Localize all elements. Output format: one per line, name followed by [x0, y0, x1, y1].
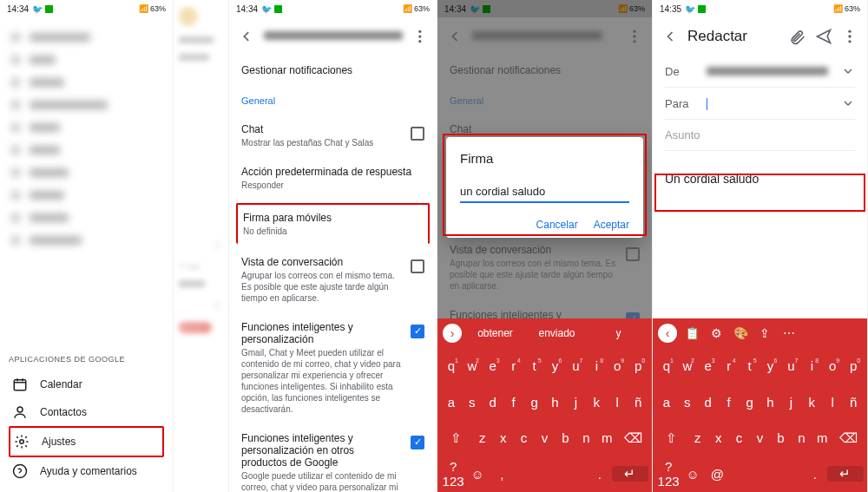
- key-v[interactable]: v: [750, 430, 771, 445]
- key-i[interactable]: i8: [801, 358, 822, 373]
- key-y[interactable]: y6: [760, 358, 781, 373]
- key-e[interactable]: e3: [698, 358, 719, 373]
- signature-input[interactable]: [460, 181, 629, 203]
- key-j[interactable]: j: [565, 395, 586, 410]
- key-u[interactable]: u7: [565, 358, 586, 373]
- key-a[interactable]: a: [656, 395, 677, 410]
- key-s[interactable]: s: [462, 395, 483, 410]
- key-c[interactable]: c: [729, 430, 750, 445]
- key-x[interactable]: x: [708, 430, 729, 445]
- key-d[interactable]: d: [483, 395, 503, 410]
- sidebar-item-calendar[interactable]: Calendar: [9, 371, 164, 398]
- clipboard-icon[interactable]: 📋: [682, 326, 701, 340]
- to-field[interactable]: Para: [665, 88, 855, 120]
- key-f[interactable]: f: [719, 395, 740, 410]
- at-key[interactable]: @: [705, 467, 729, 482]
- comma-key[interactable]: ,: [490, 467, 514, 482]
- subject-field[interactable]: Asunto: [665, 120, 855, 151]
- more-icon[interactable]: [841, 28, 858, 45]
- key-ñ[interactable]: ñ: [628, 395, 648, 410]
- email-body-signature[interactable]: Un cordial saludo: [665, 172, 855, 186]
- key-q[interactable]: q1: [441, 358, 462, 373]
- period-key[interactable]: .: [803, 467, 827, 482]
- key-d[interactable]: d: [698, 395, 719, 410]
- smart-checkbox[interactable]: [411, 325, 424, 338]
- key-g[interactable]: g: [524, 395, 545, 410]
- key-r[interactable]: r4: [503, 358, 524, 373]
- key-h[interactable]: h: [545, 395, 566, 410]
- key-t[interactable]: t5: [740, 358, 760, 373]
- sidebar-item-settings[interactable]: Ajustes: [9, 426, 164, 457]
- key-z[interactable]: z: [687, 430, 708, 445]
- from-field[interactable]: De: [665, 56, 855, 88]
- keyboard[interactable]: › obtener enviado y q1w2e3r4t5y6u7i8o9p0…: [437, 318, 652, 492]
- key-p[interactable]: p0: [843, 358, 864, 373]
- attach-icon[interactable]: [789, 28, 806, 45]
- key-g[interactable]: g: [740, 395, 760, 410]
- key-n[interactable]: n: [791, 430, 812, 445]
- settings-mobile-signature[interactable]: Firma para móvilesNo definida: [236, 203, 430, 244]
- backspace-key[interactable]: ⌫: [832, 430, 864, 446]
- key-c[interactable]: c: [514, 430, 535, 445]
- sidebar-item-help[interactable]: Ayuda y comentarios: [9, 457, 164, 485]
- key-h[interactable]: h: [760, 395, 781, 410]
- key-w[interactable]: w2: [462, 358, 483, 373]
- key-w[interactable]: w2: [677, 358, 698, 373]
- key-u[interactable]: u7: [780, 358, 801, 373]
- key-o[interactable]: o9: [607, 358, 628, 373]
- key-a[interactable]: a: [441, 395, 462, 410]
- key-p[interactable]: p0: [628, 358, 648, 373]
- key-b[interactable]: b: [770, 430, 791, 445]
- key-ñ[interactable]: ñ: [843, 395, 864, 410]
- key-e[interactable]: e3: [483, 358, 503, 373]
- backspace-key[interactable]: ⌫: [617, 430, 648, 446]
- key-v[interactable]: v: [535, 430, 556, 445]
- key-r[interactable]: r4: [719, 358, 740, 373]
- numbers-key[interactable]: ?123: [441, 459, 465, 489]
- key-j[interactable]: j: [780, 395, 801, 410]
- key-q[interactable]: q1: [656, 358, 677, 373]
- emoji-key[interactable]: ☺: [681, 467, 705, 482]
- settings-chat[interactable]: ChatMostrar las pestañas Chat y Salas: [241, 115, 424, 157]
- key-l[interactable]: l: [822, 395, 843, 410]
- key-i[interactable]: i8: [586, 358, 607, 373]
- share-icon[interactable]: ⇪: [755, 326, 774, 340]
- shift-key[interactable]: ⇧: [441, 430, 472, 446]
- key-m[interactable]: m: [596, 430, 617, 445]
- period-key[interactable]: .: [588, 467, 612, 482]
- send-icon[interactable]: [815, 28, 832, 45]
- settings-default-action[interactable]: Acción predeterminada de respuestaRespon…: [241, 157, 424, 200]
- smart2-checkbox[interactable]: [411, 436, 424, 449]
- accept-button[interactable]: Aceptar: [594, 219, 629, 231]
- settings-conversation-view[interactable]: Vista de conversaciónAgrupar los correos…: [241, 247, 424, 312]
- key-b[interactable]: b: [555, 430, 575, 445]
- kb-collapse-icon[interactable]: ‹: [658, 324, 677, 343]
- key-k[interactable]: k: [586, 395, 607, 410]
- key-s[interactable]: s: [677, 395, 698, 410]
- settings-notifications[interactable]: Gestionar notificaciones: [241, 56, 424, 87]
- key-k[interactable]: k: [801, 395, 822, 410]
- key-f[interactable]: f: [503, 395, 524, 410]
- key-z[interactable]: z: [472, 430, 493, 445]
- enter-key[interactable]: ↵: [827, 466, 864, 482]
- conv-checkbox[interactable]: [411, 259, 424, 273]
- cancel-button[interactable]: Cancelar: [536, 219, 578, 231]
- sidebar-item-contacts[interactable]: Contactos: [9, 398, 164, 426]
- shift-key[interactable]: ⇧: [656, 430, 687, 446]
- keyboard[interactable]: ‹ 📋 ⚙ 🎨 ⇪ ⋯ q1w2e3r4t5y6u7i8o9p0 asdfghj…: [653, 318, 867, 492]
- key-x[interactable]: x: [493, 430, 514, 445]
- settings-smart-features-other[interactable]: Funciones inteligentes y personalización…: [241, 423, 424, 492]
- settings-icon[interactable]: ⚙: [707, 326, 726, 340]
- key-y[interactable]: y6: [545, 358, 566, 373]
- more-icon[interactable]: [411, 28, 429, 45]
- key-n[interactable]: n: [575, 430, 596, 445]
- numbers-key[interactable]: ?123: [656, 459, 681, 489]
- key-t[interactable]: t5: [524, 358, 545, 373]
- key-m[interactable]: m: [812, 430, 832, 445]
- more-icon[interactable]: ⋯: [779, 326, 799, 340]
- settings-smart-features[interactable]: Funciones inteligentes y personalización…: [241, 312, 424, 423]
- palette-icon[interactable]: 🎨: [731, 326, 750, 340]
- kb-expand-icon[interactable]: ›: [443, 324, 462, 343]
- chat-checkbox[interactable]: [411, 127, 424, 141]
- key-l[interactable]: l: [607, 395, 628, 410]
